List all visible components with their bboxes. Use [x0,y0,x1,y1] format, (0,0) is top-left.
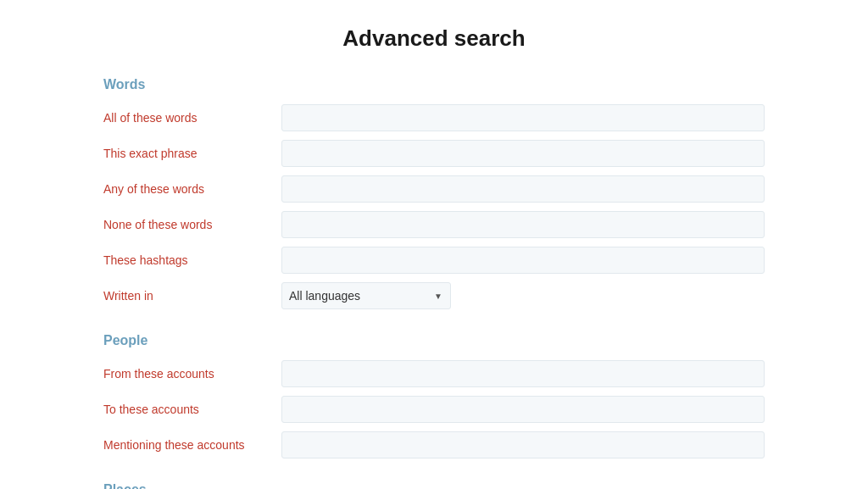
from-accounts-label: From these accounts [103,367,281,381]
none-words-input[interactable] [281,211,765,238]
from-accounts-input[interactable] [281,360,765,387]
language-row: Written in All languages English Spanish… [103,282,765,309]
words-section: Words All of these words This exact phra… [103,77,765,309]
exact-phrase-label: This exact phrase [103,147,281,160]
mentioning-accounts-input[interactable] [281,431,765,458]
language-label: Written in [103,289,281,303]
hashtags-row: These hashtags [103,247,765,274]
none-words-row: None of these words [103,211,765,238]
to-accounts-label: To these accounts [103,403,281,416]
people-section: People From these accounts To these acco… [103,333,765,458]
mentioning-accounts-row: Mentioning these accounts [103,431,765,458]
page-container: Advanced search Words All of these words… [70,0,798,489]
language-select-wrapper: All languages English Spanish French Ger… [281,282,451,309]
mentioning-accounts-label: Mentioning these accounts [103,438,281,452]
all-words-row: All of these words [103,104,765,131]
any-words-row: Any of these words [103,175,765,203]
people-heading: People [103,333,765,348]
exact-phrase-row: This exact phrase [103,140,765,167]
all-words-label: All of these words [103,111,281,125]
any-words-input[interactable] [281,175,765,203]
page-title: Advanced search [103,17,765,52]
hashtags-input[interactable] [281,247,765,274]
words-heading: Words [103,77,765,92]
exact-phrase-input[interactable] [281,140,765,167]
hashtags-label: These hashtags [103,253,281,267]
all-words-input[interactable] [281,104,765,131]
places-heading: Places [103,482,765,489]
language-select[interactable]: All languages English Spanish French Ger… [281,282,451,309]
places-section: Places Near this place Location disabled [103,482,765,489]
to-accounts-input[interactable] [281,396,765,423]
from-accounts-row: From these accounts [103,360,765,387]
none-words-label: None of these words [103,218,281,231]
to-accounts-row: To these accounts [103,396,765,423]
any-words-label: Any of these words [103,182,281,196]
